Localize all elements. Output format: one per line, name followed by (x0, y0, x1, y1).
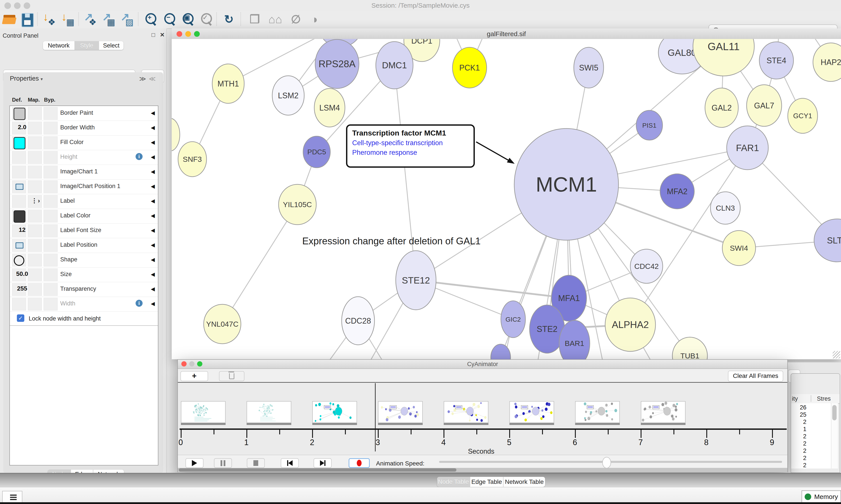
node-rps28a[interactable]: RPS28A (315, 39, 359, 88)
default-cell[interactable] (12, 195, 26, 208)
property-row-height[interactable]: Heighti◀ (10, 150, 158, 165)
column-separator[interactable] (811, 395, 811, 402)
record-button[interactable] (349, 458, 370, 468)
bypass-cell[interactable] (43, 239, 58, 252)
node-gal2[interactable]: GAL2 (705, 88, 738, 127)
memory-button[interactable]: Memory (802, 490, 841, 503)
table-cell[interactable]: 2 (791, 462, 806, 469)
node-tub1[interactable]: TUB1 (673, 337, 708, 359)
hscrollbar-thumb[interactable] (179, 468, 457, 472)
node-gic2[interactable]: GIC2 (501, 301, 525, 338)
expand-property-icon[interactable]: ◀ (151, 227, 155, 233)
frame-thumbnail-7[interactable] (641, 401, 685, 423)
table-cell[interactable]: 2 (791, 440, 806, 447)
edge-YIL105C-YNL047C[interactable] (222, 204, 298, 324)
discrete-mapping-icon[interactable]: ⋮› (31, 197, 40, 204)
apply-layout-icon[interactable]: ↻ (221, 12, 236, 27)
bypass-cell[interactable] (43, 137, 58, 149)
bypass-cell[interactable] (43, 254, 58, 267)
property-row-label[interactable]: ⋮›Label◀ (10, 194, 158, 209)
default-cell[interactable] (12, 166, 26, 178)
bypass-cell[interactable] (43, 107, 58, 120)
color-swatch[interactable] (14, 137, 25, 149)
property-row-border-paint[interactable]: Border Paint◀ (10, 106, 158, 121)
node-yil105c[interactable]: YIL105C (279, 184, 316, 224)
save-session-icon[interactable] (19, 12, 35, 27)
position-icon[interactable] (16, 184, 23, 190)
node-mfa2[interactable]: MFA2 (660, 174, 694, 209)
property-row-label-position[interactable]: Label Position◀ (10, 238, 158, 253)
tab-node-table[interactable]: Node Table (437, 477, 470, 487)
property-row-border-width[interactable]: 2.0Border Width◀ (10, 121, 158, 136)
bypass-cell[interactable] (43, 122, 58, 134)
edge-DMC1-STE12[interactable] (394, 65, 416, 280)
node-lsm2[interactable]: LSM2 (272, 76, 304, 115)
color-swatch[interactable] (14, 108, 25, 120)
import-network-icon[interactable]: ↓❖ (41, 12, 56, 27)
default-value[interactable]: 2.0 (13, 124, 32, 131)
destroy-network-icon[interactable]: ❒ (247, 12, 262, 27)
bypass-cell[interactable] (43, 210, 58, 222)
mapping-cell[interactable] (28, 210, 42, 222)
panel-menu-button[interactable] (2, 491, 22, 503)
play-button[interactable] (185, 458, 203, 468)
property-row-shape[interactable]: Shape◀ (10, 253, 158, 268)
export-table-icon[interactable]: ↗▦ (100, 12, 115, 27)
frame-thumbnail-4[interactable] (444, 401, 488, 423)
zoom-fit-icon[interactable]: ▣ (180, 12, 195, 27)
node-alpha2[interactable]: ALPHA2 (605, 298, 656, 352)
close-panel-icon[interactable]: ✕ (160, 32, 165, 38)
zoom-selected-icon[interactable]: ✓ (198, 12, 214, 27)
expand-property-icon[interactable]: ◀ (151, 213, 155, 219)
expand-property-icon[interactable]: ◀ (151, 198, 155, 204)
node-cdc28[interactable]: CDC28 (342, 297, 375, 345)
network-graph[interactable]: RPS28BDCP1RPS28ADMC1PCK1SWI5MTH1LSM2LSM4… (172, 39, 841, 359)
bypass-cell[interactable] (43, 298, 58, 310)
tab-style[interactable]: Style (75, 41, 99, 50)
property-row-label-font-size[interactable]: 12Label Font Size◀ (10, 223, 158, 238)
expand-property-icon[interactable]: ◀ (151, 139, 155, 145)
resize-grip[interactable] (833, 351, 840, 358)
node-pck1[interactable]: PCK1 (452, 47, 487, 88)
node-gal11[interactable]: GAL11 (693, 39, 754, 76)
float-panel-icon[interactable]: □ (151, 32, 155, 38)
node-ste12[interactable]: STE12 (396, 251, 436, 310)
bypass-cell[interactable] (43, 151, 58, 164)
property-row-transparency[interactable]: 255Transparency◀ (10, 282, 158, 297)
ellipse-shape-icon[interactable] (14, 255, 24, 266)
property-row-image-chart-1[interactable]: Image/Chart 1◀ (10, 165, 158, 180)
node-swi5[interactable]: SWI5 (574, 47, 604, 88)
mapping-cell[interactable] (28, 151, 42, 164)
expand-property-icon[interactable]: ◀ (151, 125, 155, 131)
mapping-cell[interactable] (28, 239, 42, 252)
frame-thumbnail-6[interactable] (575, 401, 620, 423)
frame-thumbnail-0[interactable] (181, 401, 226, 423)
expand-property-icon[interactable]: ◀ (151, 168, 155, 175)
pause-button[interactable] (214, 458, 232, 468)
node-far1[interactable]: FAR1 (727, 126, 768, 170)
annotation-box[interactable]: Transcription factor MCM1 Cell-type-spec… (346, 124, 475, 168)
tab-edge-table[interactable]: Edge Table (470, 477, 503, 487)
zoom-in-icon[interactable]: + (143, 12, 158, 27)
default-value[interactable]: 255 (13, 285, 32, 292)
node-swi4[interactable]: SWI4 (722, 231, 756, 266)
bypass-cell[interactable] (43, 268, 58, 281)
frame-thumbnail-2[interactable] (312, 401, 357, 423)
default-value[interactable]: 50.0 (13, 270, 32, 277)
node-edgey[interactable] (172, 118, 180, 151)
export-network-icon[interactable]: ↗❖ (82, 12, 97, 27)
mapping-cell[interactable] (28, 107, 42, 120)
network-canvas[interactable]: RPS28BDCP1RPS28ADMC1PCK1SWI5MTH1LSM2LSM4… (172, 39, 841, 359)
mapping-cell[interactable] (28, 166, 42, 178)
frame-thumbnail-1[interactable] (247, 401, 291, 423)
property-row-image-chart-position-1[interactable]: Image/Chart Position 1◀ (10, 179, 158, 194)
table-cell[interactable]: 2 (791, 455, 806, 462)
tab-select[interactable]: Select (99, 41, 124, 50)
node-hap2[interactable]: HAP2 (813, 43, 841, 82)
node-dmc1[interactable]: DMC1 (376, 41, 413, 89)
node-gal7[interactable]: GAL7 (747, 85, 782, 126)
open-session-icon[interactable] (2, 12, 17, 27)
mapping-cell[interactable] (28, 137, 42, 149)
expand-property-icon[interactable]: ◀ (151, 286, 155, 292)
node-pdc5[interactable]: PDC5 (303, 136, 330, 168)
